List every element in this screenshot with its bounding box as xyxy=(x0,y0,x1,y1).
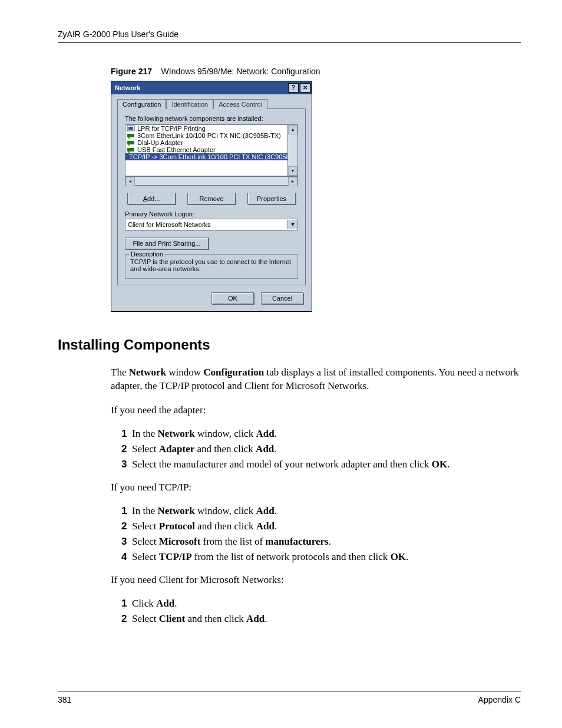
scroll-track[interactable] xyxy=(135,177,288,185)
svg-rect-5 xyxy=(128,144,130,146)
client-lead: If you need Client for Microsoft Network… xyxy=(111,574,521,587)
close-button[interactable]: ✕ xyxy=(300,83,310,93)
list-item-selected[interactable]: TCP/IP -> 3Com EtherLink 10/100 PCI TX N… xyxy=(125,153,287,160)
svg-rect-2 xyxy=(127,134,134,137)
figure-label: Figure 217 xyxy=(111,67,152,76)
list-item-label: Dial-Up Adapter xyxy=(137,139,183,146)
list-item-label: TCP/IP -> 3Com EtherLink 10/100 PCI TX N… xyxy=(129,153,287,160)
adapter-icon xyxy=(127,139,135,146)
intro-paragraph: The Network window Configuration tab dis… xyxy=(111,366,521,393)
figure-caption: Figure 217 WIndows 95/98/Me: Network: Co… xyxy=(111,67,521,76)
tab-panel-configuration: The following network components are ins… xyxy=(117,108,306,285)
tab-configuration[interactable]: Configuration xyxy=(117,99,166,109)
section-heading: Installing Components xyxy=(58,337,521,353)
svg-rect-1 xyxy=(128,127,133,130)
dialog-title: Network xyxy=(115,84,140,91)
description-group: Description TCP/IP is the protocol you u… xyxy=(125,254,298,279)
add-button[interactable]: Add... xyxy=(127,193,176,205)
list-item[interactable]: Dial-Up Adapter xyxy=(125,139,287,146)
components-listbox[interactable]: LPR for TCP/IP Printing 3Com EtherLink 1… xyxy=(125,124,298,176)
list-item[interactable]: 3Com EtherLink 10/100 PCI TX NIC (3C905B… xyxy=(125,132,287,139)
svg-rect-3 xyxy=(128,137,130,139)
properties-button[interactable]: Properties xyxy=(247,193,296,205)
horizontal-scrollbar[interactable] xyxy=(125,176,298,186)
ok-button[interactable]: OK xyxy=(211,292,254,304)
svg-rect-7 xyxy=(128,151,130,153)
description-title: Description xyxy=(129,251,165,258)
step: 3Select the manufacturer and model of yo… xyxy=(121,459,521,470)
chevron-down-icon[interactable] xyxy=(287,220,297,229)
step: 2Select Client and then click Add. xyxy=(121,613,521,625)
tab-access-control[interactable]: Access Control xyxy=(213,99,267,109)
adapter-icon xyxy=(127,146,135,153)
cancel-button[interactable]: Cancel xyxy=(261,292,303,304)
remove-button[interactable]: Remove xyxy=(187,193,236,205)
tcp-lead: If you need TCP/IP: xyxy=(111,481,521,495)
page-header: ZyAIR G-2000 Plus User's Guide xyxy=(58,29,521,43)
step: 2Select Adapter and then click Add. xyxy=(121,443,521,455)
scroll-right-icon[interactable] xyxy=(288,177,297,186)
scroll-down-icon[interactable] xyxy=(288,166,297,176)
step: 1In the Network window, click Add. xyxy=(121,505,521,517)
combo-value: Client for Microsoft Networks xyxy=(128,221,211,228)
step: 1In the Network window, click Add. xyxy=(121,428,521,440)
step: 2Select Protocol and then click Add. xyxy=(121,521,521,532)
list-item[interactable]: LPR for TCP/IP Printing xyxy=(125,125,287,132)
page-number: 381 xyxy=(58,695,71,704)
figure-caption-text: WIndows 95/98/Me: Network: Configuration xyxy=(161,67,320,76)
step: 3Select Microsoft from the list of manuf… xyxy=(121,536,521,548)
list-item-label: LPR for TCP/IP Printing xyxy=(137,125,206,132)
svg-rect-4 xyxy=(127,141,134,144)
primary-logon-label: Primary Network Logon: xyxy=(125,210,298,218)
svg-rect-6 xyxy=(127,148,134,151)
adapter-icon xyxy=(127,132,135,139)
primary-logon-combo[interactable]: Client for Microsoft Networks xyxy=(125,219,298,230)
description-text: TCP/IP is the protocol you use to connec… xyxy=(130,258,293,272)
list-item-label: USB Fast Ethernet Adapter xyxy=(137,146,216,153)
appendix-label: Appendix C xyxy=(478,695,521,704)
network-dialog: Network ? ✕ Configuration Identification… xyxy=(111,81,312,312)
step: 1Click Add. xyxy=(121,598,521,610)
tab-identification[interactable]: Identification xyxy=(166,99,213,109)
components-label: The following network components are ins… xyxy=(125,115,298,122)
adapter-lead: If you need the adapter: xyxy=(111,404,521,417)
step: 4Select TCP/IP from the list of network … xyxy=(121,551,521,563)
list-item[interactable]: USB Fast Ethernet Adapter xyxy=(125,146,287,153)
list-item-label: 3Com EtherLink 10/100 PCI TX NIC (3C905B… xyxy=(137,132,281,139)
help-button[interactable]: ? xyxy=(288,83,299,93)
client-icon xyxy=(127,125,135,132)
scroll-up-icon[interactable] xyxy=(288,125,297,134)
vertical-scrollbar[interactable] xyxy=(287,125,297,176)
file-print-sharing-button[interactable]: File and Print Sharing... xyxy=(125,238,209,249)
scroll-left-icon[interactable] xyxy=(125,177,135,186)
titlebar: Network ? ✕ xyxy=(111,81,312,94)
scroll-track[interactable] xyxy=(288,134,297,166)
